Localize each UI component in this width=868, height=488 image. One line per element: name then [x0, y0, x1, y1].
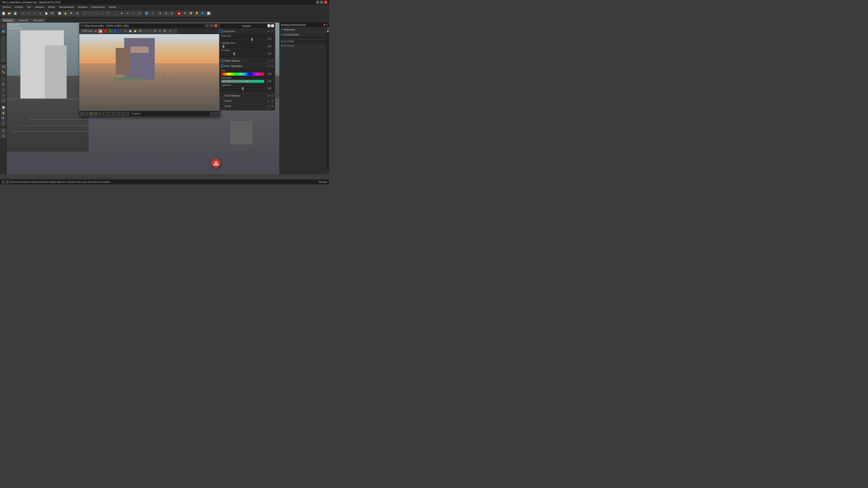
- open-button[interactable]: 📂: [7, 11, 12, 16]
- vfb-dot-btn[interactable]: ●: [123, 29, 127, 33]
- vfb-status-5[interactable]: ⊕: [98, 112, 102, 116]
- vray-maximize-button[interactable]: □: [210, 24, 213, 27]
- vfb-delete-btn[interactable]: ✕: [143, 29, 147, 33]
- minimize-button[interactable]: ─: [316, 1, 319, 4]
- vfb-status-6[interactable]: ▦: [103, 112, 106, 116]
- vfb-status-expand[interactable]: ⊡: [210, 112, 214, 116]
- white-balance-header[interactable]: White Balance ≫ ☰: [219, 58, 275, 63]
- exposure-value[interactable]: 0.75: [265, 37, 273, 41]
- exposure-menu-icon[interactable]: ☰: [271, 30, 274, 33]
- vfb-ch-b-btn[interactable]: B: [113, 29, 118, 33]
- component-button[interactable]: ⊕: [157, 11, 163, 16]
- vfb-color1-btn[interactable]: ⬤: [98, 29, 103, 33]
- panel-pin-btn[interactable]: 📌: [323, 24, 326, 26]
- menu-archivo[interactable]: Archivo: [1, 5, 13, 9]
- paint-fill-tool[interactable]: 🪣: [1, 29, 6, 34]
- color-balance-checkbox[interactable]: [221, 94, 223, 97]
- curve-menu-icon[interactable]: ☰: [271, 104, 274, 107]
- vfb-ab-btn[interactable]: AB: [138, 29, 143, 33]
- vfb-open-btn[interactable]: 📂: [133, 29, 137, 33]
- curve-header[interactable]: Curve ≫ ☰: [219, 103, 275, 108]
- hue-value[interactable]: 0.00: [265, 72, 273, 76]
- move-tool[interactable]: ✥: [1, 82, 6, 87]
- color-balance-header[interactable]: Color Balance ≫ ☰: [219, 93, 275, 98]
- cb-menu-icon[interactable]: ☰: [271, 94, 274, 97]
- vfb-status-10[interactable]: ||: [121, 112, 125, 116]
- vfb-save-btn[interactable]: 💾: [128, 29, 132, 33]
- components-section[interactable]: ▶ Componentes: [280, 32, 329, 37]
- saturation-slider[interactable]: [221, 80, 264, 83]
- exposure-thumb[interactable]: [251, 38, 253, 41]
- orbit-tool[interactable]: 🔄: [1, 105, 6, 110]
- tape-tool[interactable]: 📏: [1, 70, 6, 74]
- save-button[interactable]: 💾: [13, 11, 18, 16]
- draw-circle-button[interactable]: ○: [100, 11, 105, 16]
- draw-line-button[interactable]: ╱: [82, 11, 88, 16]
- tab-escena2[interactable]: Escena2: [16, 18, 31, 22]
- white-balance-checkbox[interactable]: [221, 59, 223, 62]
- group-button[interactable]: ⊞: [163, 11, 168, 16]
- vfb-status-11[interactable]: ▶: [125, 112, 129, 116]
- vray-render-area[interactable]: [79, 34, 219, 111]
- vfb-stamp-btn[interactable]: ⬛: [173, 29, 177, 33]
- text-button[interactable]: T: [150, 11, 155, 16]
- contrast-thumb[interactable]: [234, 53, 235, 55]
- vray-render-button[interactable]: ▶: [177, 11, 182, 16]
- hue-sat-checkbox[interactable]: [221, 65, 223, 67]
- status-info-icon[interactable]: ↖: [2, 181, 5, 184]
- lightness-value[interactable]: 0.00: [265, 87, 273, 90]
- scale-button[interactable]: ⤡: [131, 11, 136, 16]
- zoom-tool-left[interactable]: 🔍: [1, 116, 6, 121]
- color-mode-select[interactable]: RGB color: [80, 29, 98, 33]
- rp-tool-2[interactable]: ⬤: [327, 30, 329, 32]
- exposure-slider[interactable]: [221, 38, 264, 41]
- curve-checkbox[interactable]: [221, 105, 223, 107]
- select-tool[interactable]: ↖: [1, 24, 6, 29]
- vfb-region-btn[interactable]: ⊞: [153, 29, 157, 33]
- vfb-status-9[interactable]: H: [116, 112, 120, 116]
- intersect-button[interactable]: ⊗: [169, 11, 175, 16]
- saturation-value[interactable]: 0.20: [265, 79, 273, 83]
- draw-rect-button[interactable]: □: [94, 11, 99, 16]
- vfb-status-7[interactable]: ⊞: [107, 112, 111, 116]
- materials-section[interactable]: ▶ Materiales: [280, 27, 329, 32]
- bg-image-checkbox[interactable]: [221, 110, 223, 111]
- rotate-tool[interactable]: ↻: [1, 87, 6, 92]
- hue-sat-expand-icon[interactable]: ≫: [267, 64, 270, 68]
- highlight-slider[interactable]: [221, 45, 264, 48]
- zoom-extents-button[interactable]: ⊞: [74, 11, 80, 16]
- orbit-button[interactable]: 🔄: [57, 11, 62, 16]
- tab-escena3[interactable]: Escena3: [31, 18, 46, 22]
- scale-tool[interactable]: ⤡: [1, 93, 6, 98]
- cut-button[interactable]: ✂: [32, 11, 37, 16]
- rp-tool-1[interactable]: T: [327, 28, 329, 30]
- push-pull-button[interactable]: ↕: [113, 11, 119, 16]
- arc-tool[interactable]: ◠: [1, 41, 6, 46]
- hue-slider[interactable]: [221, 72, 264, 76]
- bg-image-header[interactable]: Background Image ≫ ☰: [219, 109, 275, 111]
- saturation-thumb[interactable]: [246, 80, 248, 83]
- vray-minimize-button[interactable]: ─: [205, 24, 209, 27]
- bg-menu-icon[interactable]: ☰: [271, 109, 274, 111]
- menu-ventana[interactable]: Ventana: [76, 5, 89, 9]
- erase-button[interactable]: ⌫: [50, 11, 55, 16]
- contrast-value[interactable]: 0.30: [265, 52, 273, 55]
- paint-button[interactable]: 🪣: [144, 11, 149, 16]
- wb-menu-icon[interactable]: ☰: [271, 59, 274, 62]
- panel-close-btn[interactable]: ✕: [326, 24, 328, 26]
- vfb-lens-btn[interactable]: 🔍: [163, 29, 167, 33]
- bg-expand-icon[interactable]: ≫: [267, 109, 270, 111]
- vfb-eye-btn[interactable]: 👁: [158, 29, 162, 33]
- vray-settings-button[interactable]: ⚙: [182, 11, 188, 16]
- rotate-button[interactable]: ↻: [125, 11, 130, 16]
- menu-ayuda[interactable]: Ayuda: [107, 5, 118, 9]
- section-tool[interactable]: ⊘: [1, 128, 6, 133]
- vfb-status-info[interactable]: ℹ: [215, 112, 218, 116]
- menu-camara[interactable]: Cámara: [33, 5, 46, 9]
- levels-expand-icon[interactable]: ≫: [267, 99, 270, 102]
- rect-tool[interactable]: □: [1, 46, 6, 52]
- vray-extra1-button[interactable]: 🔵: [200, 11, 206, 16]
- vfb-status-2[interactable]: ⊙: [85, 112, 88, 116]
- close-button[interactable]: ✕: [324, 1, 327, 4]
- move-button[interactable]: ✥: [119, 11, 124, 16]
